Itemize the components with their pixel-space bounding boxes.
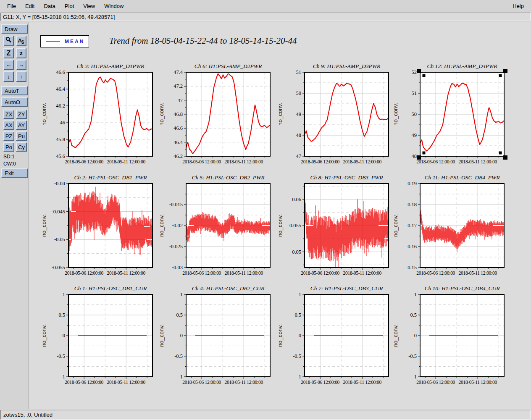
- pan-down-button[interactable]: ↓: [3, 71, 14, 82]
- menu-view[interactable]: View: [79, 1, 100, 11]
- menu-bar: File Edit Data Plot View Window Help: [0, 0, 531, 12]
- x-tick-label: 2018-05-11 12:00:00: [343, 270, 382, 276]
- selection-handle-outer[interactable]: [503, 155, 507, 160]
- y-axis-label: no_conv.: [392, 103, 399, 126]
- chart-ch1[interactable]: -1-0.500.512018-05-06 12:00:002018-05-11…: [39, 282, 162, 394]
- selection-handle-inner[interactable]: [423, 152, 426, 155]
- autoo-button[interactable]: AutoO: [1, 97, 28, 107]
- y-tick-label: -0.5: [174, 353, 183, 359]
- button-zx[interactable]: ZX: [3, 110, 14, 119]
- button-ax[interactable]: AX: [3, 121, 14, 130]
- x-tick-label: 2018-05-06 12:00:00: [65, 270, 103, 276]
- cursor-position-status: G11: X, Y = [05-15-2018 01:52:06, 49.428…: [0, 13, 531, 21]
- menu-edit[interactable]: Edit: [21, 1, 39, 11]
- y-tick-label: 0: [299, 333, 301, 339]
- chart-ch11[interactable]: 0.150.160.170.180.192018-05-06 12:00:002…: [391, 171, 513, 284]
- y-tick-label: 0.055: [289, 223, 301, 228]
- chart-title: Ch 4: H1:PSL-OSC_DB2_CUR: [192, 285, 265, 291]
- button-pz[interactable]: PZ: [3, 131, 14, 141]
- zoom-tool-button[interactable]: [3, 36, 14, 46]
- y-tick-label: -0.02: [172, 223, 183, 228]
- sd-status-label: SD:1: [3, 154, 15, 160]
- zoom-out-button[interactable]: z: [16, 48, 26, 58]
- data-gap-mark: [71, 211, 76, 212]
- menu-file[interactable]: File: [3, 1, 21, 11]
- chart-ch3[interactable]: 45.645.84646.246.446.62018-05-06 12:00:0…: [39, 60, 162, 172]
- menu-plot[interactable]: Plot: [60, 1, 79, 11]
- chart-ch4[interactable]: -1-0.500.512018-05-06 12:00:002018-05-11…: [157, 282, 279, 394]
- arrow-left-icon: ←: [6, 62, 11, 68]
- selection-handle-outer[interactable]: [503, 69, 507, 73]
- chart-ch8[interactable]: 0.050.0550.062018-05-06 12:00:002018-05-…: [275, 171, 398, 284]
- y-tick-label: 48: [296, 132, 302, 138]
- x-tick-label: 2018-05-06 12:00:00: [416, 380, 455, 385]
- y-tick-label: 1: [414, 291, 417, 297]
- window-status-text: zotws15, :0, Untitled: [3, 412, 53, 418]
- y-tick-label: 46.4: [173, 139, 183, 145]
- y-tick-label: 0.16: [407, 244, 417, 249]
- data-gap-mark: [186, 225, 194, 226]
- y-tick-label: -0.045: [52, 209, 65, 215]
- y-tick-label: 51: [296, 69, 302, 75]
- selection-handle-inner[interactable]: [499, 152, 502, 155]
- y-tick-label: 0.17: [407, 223, 417, 228]
- chart-title: Ch 6: H1:PSL-AMP_D2PWR: [195, 63, 262, 69]
- cw-status-label: CW:0: [3, 161, 16, 167]
- chart-title: Ch 12: H1:PSL-AMP_D4PWR: [427, 63, 497, 69]
- arrow-up-icon: ↑: [20, 74, 23, 80]
- y-axis-label: no_conv.: [277, 214, 283, 237]
- y-tick-label: -0.5: [57, 353, 65, 359]
- menu-help[interactable]: Help: [508, 1, 528, 11]
- data-gap-mark: [262, 225, 270, 226]
- chart-ch9[interactable]: 47484950512018-05-06 12:00:002018-05-11 …: [275, 60, 398, 172]
- y-tick-label: 0.15: [407, 265, 417, 270]
- chart-ch12[interactable]: 48495051522018-05-06 12:00:002018-05-11 …: [391, 60, 513, 172]
- chart-title: Ch 1: H1:PSL-OSC_DB1_CUR: [74, 285, 147, 291]
- chart-ch7[interactable]: -1-0.500.512018-05-06 12:00:002018-05-11…: [275, 282, 398, 394]
- button-cy[interactable]: Cy: [16, 142, 27, 152]
- y-axis-label: no_conv.: [392, 214, 399, 237]
- draw-button[interactable]: Draw: [1, 24, 28, 34]
- y-tick-label: 45.6: [56, 153, 65, 159]
- x-tick-label: 2018-05-06 12:00:00: [65, 159, 103, 164]
- chart-ch5[interactable]: -0.03-0.025-0.02-0.0152018-05-06 12:00:0…: [157, 171, 279, 284]
- menu-data[interactable]: Data: [39, 1, 60, 11]
- chart-ch6[interactable]: 46.246.446.646.84747.247.42018-05-06 12:…: [157, 60, 279, 172]
- pan-up-button[interactable]: ↑: [16, 71, 26, 82]
- cursor-position-text: G11: X, Y = [05-15-2018 01:52:06, 49.428…: [3, 14, 115, 20]
- button-po[interactable]: Po: [3, 142, 14, 152]
- window-status-bar: zotws15, :0, Untitled: [0, 410, 531, 420]
- selection-handle-inner[interactable]: [423, 74, 426, 77]
- arrow-right-icon: →: [18, 62, 24, 68]
- x-tick-label: 2018-05-06 12:00:00: [301, 159, 339, 164]
- y-tick-label: -1: [179, 374, 183, 380]
- button-ay[interactable]: AY: [16, 121, 27, 130]
- y-tick-label: -0.5: [408, 353, 417, 359]
- x-tick-label: 2018-05-11 12:00:00: [459, 380, 497, 385]
- exit-button[interactable]: Exit: [1, 168, 28, 178]
- selection-handle-outer[interactable]: [417, 155, 421, 160]
- y-tick-label: 0.19: [407, 181, 417, 186]
- x-tick-label: 2018-05-06 12:00:00: [416, 270, 455, 276]
- pan-right-button[interactable]: →: [16, 60, 26, 70]
- chart-ch2[interactable]: -0.055-0.05-0.045-0.042018-05-06 12:00:0…: [39, 171, 162, 284]
- data-gap-mark: [384, 238, 389, 239]
- x-tick-label: 2018-05-06 12:00:00: [182, 270, 221, 276]
- x-tick-label: 2018-05-06 12:00:00: [301, 270, 339, 276]
- toolbar: Draw AS Z z ← → ↓ ↑ AutoT AutoO ZX ZY AX…: [0, 22, 29, 409]
- autot-button[interactable]: AutoT: [1, 86, 28, 95]
- dataviewer-window: { "menu": { "items": [ {"mn":"F","rest":…: [0, 0, 531, 420]
- y-tick-label: 0: [414, 333, 417, 339]
- x-tick-label: 2018-05-11 12:00:00: [459, 159, 497, 164]
- chart-ch10[interactable]: -1-0.500.512018-05-06 12:00:002018-05-11…: [391, 282, 513, 394]
- y-tick-label: 1: [180, 291, 183, 297]
- selection-handle-outer[interactable]: [417, 69, 421, 73]
- pan-left-button[interactable]: ←: [3, 60, 14, 70]
- y-tick-label: 0.18: [407, 202, 417, 207]
- selection-handle-inner[interactable]: [499, 74, 502, 77]
- text-tool-button[interactable]: AS: [16, 36, 26, 46]
- button-zy[interactable]: ZY: [16, 110, 27, 119]
- zoom-in-button[interactable]: Z: [3, 48, 14, 58]
- menu-window[interactable]: Window: [100, 1, 128, 11]
- button-pu[interactable]: Pu: [16, 131, 27, 141]
